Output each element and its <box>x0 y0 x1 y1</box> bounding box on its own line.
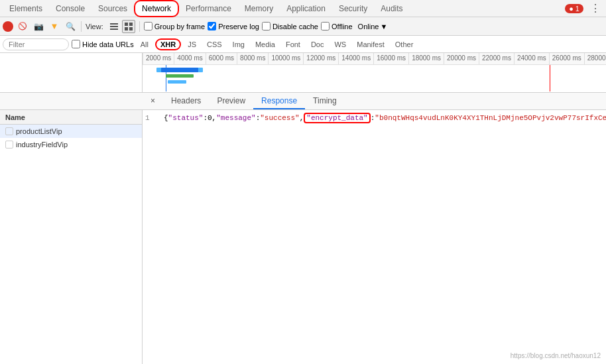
json-brace-open: { <box>164 114 168 122</box>
json-key-message: "message" <box>216 114 255 122</box>
name-column-header: Name <box>5 113 25 121</box>
list-item[interactable]: productListVip <box>0 125 142 138</box>
timeline-marker <box>550 65 550 91</box>
network-toolbar: 🚫 📷 ▼ 🔍 View: Group by frame <box>0 17 606 36</box>
tick-14000: 14000 ms <box>338 53 373 64</box>
tick-22000: 22000 ms <box>479 53 514 64</box>
tick-8000: 8000 ms <box>237 53 268 64</box>
svg-rect-6 <box>129 27 133 30</box>
hide-data-urls-label: Hide data URLs <box>82 40 134 48</box>
filter-other[interactable]: Other <box>391 40 418 49</box>
tab-console[interactable]: Console <box>49 1 91 16</box>
timeline-ruler: 2000 ms 4000 ms 6000 ms 8000 ms 10000 ms… <box>143 53 606 65</box>
filter-css[interactable]: CSS <box>203 40 226 49</box>
throttle-label: Online <box>358 23 379 30</box>
filter-manifest[interactable]: Manifest <box>353 40 389 49</box>
grid-view-icon[interactable] <box>122 20 135 33</box>
request-name: industryFieldVip <box>16 141 68 149</box>
tick-10000: 10000 ms <box>268 53 303 64</box>
error-badge: ● 1 <box>565 4 583 13</box>
tab-performance[interactable]: Performance <box>179 1 238 16</box>
offline-checkbox[interactable]: Offline <box>321 22 353 30</box>
hide-data-urls-checkbox[interactable]: Hide data URLs <box>72 40 134 48</box>
filter-doc[interactable]: Doc <box>307 40 328 49</box>
panel-tabs-bar: × Headers Preview Response Timing <box>0 93 606 110</box>
tab-timing[interactable]: Timing <box>305 93 345 109</box>
response-content: 1 {"status":0,"message":"success","encry… <box>143 110 606 364</box>
timeline-area: 2000 ms 4000 ms 6000 ms 8000 ms 10000 ms… <box>0 53 606 93</box>
svg-rect-2 <box>110 29 118 30</box>
tick-28000: 28000 ms <box>584 53 606 64</box>
waterfall-bar-2 <box>161 68 198 72</box>
json-key-encrypt-data: "encrypt_data" <box>304 113 370 123</box>
watermark-text: https://blog.csdn.net/haoxun12 <box>511 352 601 359</box>
timeline-strips <box>143 65 606 91</box>
svg-rect-0 <box>110 23 118 25</box>
request-list-header: Name <box>0 110 142 125</box>
list-item[interactable]: industryFieldVip <box>0 138 142 151</box>
timeline-main: 2000 ms 4000 ms 6000 ms 8000 ms 10000 ms… <box>143 53 606 92</box>
separator <box>81 21 82 32</box>
view-icons <box>107 20 135 33</box>
tick-6000: 6000 ms <box>206 53 237 64</box>
line-number: 1 <box>145 113 158 124</box>
group-by-frame-label: Group by frame <box>154 23 205 30</box>
tick-4000: 4000 ms <box>174 53 205 64</box>
json-val-message: "success" <box>260 114 299 122</box>
disable-cache-label: Disable cache <box>273 23 318 30</box>
tab-headers[interactable]: Headers <box>163 93 209 109</box>
right-panel: 1 {"status":0,"message":"success","encry… <box>143 110 606 364</box>
tick-26000: 26000 ms <box>549 53 584 64</box>
disable-cache-checkbox[interactable]: Disable cache <box>262 22 318 30</box>
separator2 <box>139 21 140 32</box>
tab-memory[interactable]: Memory <box>238 1 280 16</box>
tab-elements[interactable]: Elements <box>3 1 49 16</box>
waterfall-bar-3 <box>166 74 194 78</box>
chevron-down-icon: ▼ <box>380 23 387 30</box>
tab-close-detail[interactable]: × <box>143 93 163 109</box>
throttle-dropdown[interactable]: Online ▼ <box>355 21 391 32</box>
filter-bar: Hide data URLs All XHR JS CSS Img Media … <box>0 36 606 53</box>
tick-12000: 12000 ms <box>303 53 338 64</box>
tab-audits[interactable]: Audits <box>374 1 409 16</box>
clear-button[interactable]: 🚫 <box>16 20 29 33</box>
tab-preview[interactable]: Preview <box>209 93 253 109</box>
svg-rect-3 <box>125 23 128 26</box>
json-val-encrypt-data: "b0nqtWHqs4vudLnK0KY4XY1THnLjDMjne5OPvjv… <box>375 114 606 122</box>
filter-js[interactable]: JS <box>184 40 200 49</box>
timeline-sidebar <box>0 53 143 92</box>
record-button[interactable] <box>3 21 13 32</box>
view-label: View: <box>86 23 103 30</box>
filter-img[interactable]: Img <box>229 40 249 49</box>
tick-16000: 16000 ms <box>373 53 408 64</box>
request-list: Name productListVip industryFieldVip <box>0 110 143 364</box>
search-input[interactable] <box>3 38 69 50</box>
search-button[interactable]: 🔍 <box>64 20 77 33</box>
menu-dots-icon[interactable]: ⋮ <box>587 2 603 15</box>
filter-font[interactable]: Font <box>282 40 304 49</box>
filter-xhr[interactable]: XHR <box>155 38 181 50</box>
list-view-icon[interactable] <box>107 20 121 33</box>
request-name: productListVip <box>16 127 62 135</box>
tab-security[interactable]: Security <box>332 1 374 16</box>
tab-sources[interactable]: Sources <box>91 1 134 16</box>
preserve-log-label: Preserve log <box>218 23 259 30</box>
response-text: {"status":0,"message":"success","encrypt… <box>164 113 606 124</box>
watermark: https://blog.csdn.net/haoxun12 <box>511 351 601 360</box>
svg-rect-5 <box>125 27 128 30</box>
tab-application[interactable]: Application <box>280 1 332 16</box>
response-line: 1 {"status":0,"message":"success","encry… <box>145 113 603 124</box>
tick-20000: 20000 ms <box>444 53 479 64</box>
camera-button[interactable]: 📷 <box>32 20 45 33</box>
tab-response[interactable]: Response <box>253 93 305 109</box>
tick-18000: 18000 ms <box>408 53 444 64</box>
group-by-frame-checkbox[interactable]: Group by frame <box>144 22 205 30</box>
filter-media[interactable]: Media <box>251 40 279 49</box>
preserve-log-checkbox[interactable]: Preserve log <box>208 22 259 30</box>
filter-button[interactable]: ▼ <box>48 20 61 33</box>
tick-2000: 2000 ms <box>143 53 174 64</box>
filter-ws[interactable]: WS <box>330 40 350 49</box>
offline-label: Offline <box>332 23 353 30</box>
tab-network[interactable]: Network <box>134 0 179 17</box>
filter-all[interactable]: All <box>137 40 152 49</box>
